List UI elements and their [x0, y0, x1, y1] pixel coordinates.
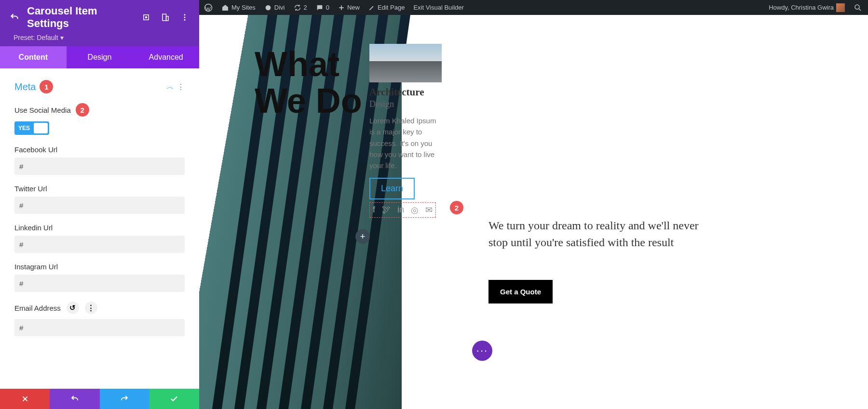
- expand-icon: [142, 13, 150, 22]
- howdy-link[interactable]: Howdy, Christina Gwira: [769, 3, 845, 12]
- preset-label: Preset: Default: [14, 34, 58, 41]
- instagram-url-input[interactable]: [14, 275, 185, 292]
- new-link[interactable]: New: [338, 4, 360, 11]
- updates-count: 2: [304, 4, 307, 11]
- facebook-icon[interactable]: f: [373, 205, 375, 215]
- wordpress-icon: [204, 3, 213, 12]
- tab-design[interactable]: Design: [67, 46, 133, 68]
- save-button[interactable]: [149, 389, 199, 409]
- carousel-card: Architecture Design Lorem Khaled Ipsum i…: [369, 44, 442, 218]
- undo-icon: [70, 395, 79, 403]
- redo-icon: [120, 395, 129, 403]
- panel-header: Carousel Item Settings Preset: Default ▾…: [0, 0, 199, 68]
- meta-section-header[interactable]: Meta 1 ︿ ⋮: [14, 80, 185, 93]
- admin-search-button[interactable]: [853, 2, 863, 13]
- svg-rect-2: [163, 14, 166, 21]
- close-icon: [21, 395, 29, 403]
- preset-selector[interactable]: Preset: Default ▾: [0, 34, 199, 46]
- new-label: New: [347, 4, 360, 11]
- my-sites-link[interactable]: My Sites: [221, 4, 256, 12]
- search-icon: [854, 3, 862, 12]
- callout-badge-2a: 2: [76, 103, 89, 117]
- email-address-field: Email Address ↺ ⋮: [14, 302, 185, 336]
- instagram-icon[interactable]: ◎: [411, 205, 419, 215]
- toggle-knob: [34, 123, 48, 133]
- linkedin-icon[interactable]: in: [397, 205, 404, 215]
- caret-down-icon: ▾: [60, 34, 64, 41]
- chevron-up-icon[interactable]: ︿: [166, 82, 174, 92]
- comments-link[interactable]: 0: [316, 4, 329, 12]
- twitter-url-field: Twitter Url: [14, 185, 185, 214]
- comments-count: 0: [326, 4, 329, 11]
- plus-icon: [338, 4, 345, 11]
- facebook-url-field: Facebook Url: [14, 145, 185, 175]
- svg-point-6: [184, 19, 186, 21]
- use-social-media-label: Use Social Media: [14, 106, 71, 114]
- twitter-url-input[interactable]: [14, 197, 185, 214]
- tab-content[interactable]: Content: [0, 46, 67, 68]
- add-module-button[interactable]: +: [355, 229, 370, 244]
- expand-button[interactable]: [139, 11, 153, 24]
- updates-link[interactable]: 2: [294, 4, 307, 12]
- updates-icon: [294, 4, 301, 12]
- svg-point-9: [855, 5, 859, 9]
- panel-footer: [0, 389, 199, 409]
- panel-title: Carousel Item Settings: [27, 5, 134, 30]
- builder-fab[interactable]: ···: [472, 341, 492, 361]
- linkedin-url-field: Linkedin Url: [14, 224, 185, 253]
- twitter-url-label: Twitter Url: [14, 185, 185, 193]
- facebook-url-input[interactable]: [14, 158, 185, 175]
- hero-line1: What: [255, 46, 362, 83]
- instagram-url-label: Instagram Url: [14, 263, 185, 271]
- comment-icon: [316, 4, 324, 12]
- settings-panel: Carousel Item Settings Preset: Default ▾…: [0, 0, 199, 409]
- card-image: [369, 44, 442, 82]
- tagline-text: We turn your dream to reality and we'll …: [488, 217, 701, 251]
- site-link[interactable]: Divi: [264, 4, 285, 12]
- social-icons-row: f 🕊 in ◎ ✉: [369, 202, 436, 218]
- card-title: Architecture: [369, 86, 442, 98]
- site-label: Divi: [274, 4, 285, 11]
- svg-point-5: [184, 17, 186, 18]
- panel-menu-button[interactable]: [178, 11, 191, 24]
- howdy-label: Howdy, Christina Gwira: [769, 4, 834, 11]
- edit-page-link[interactable]: Edit Page: [368, 4, 405, 11]
- svg-point-4: [184, 14, 186, 15]
- wp-admin-bar: My Sites Divi 2 0 New Edit Page Exit Vis…: [199, 0, 868, 15]
- card-subtitle: Design: [369, 99, 442, 109]
- email-icon[interactable]: ✉: [425, 205, 433, 215]
- twitter-icon[interactable]: 🕊: [382, 205, 391, 215]
- facebook-url-label: Facebook Url: [14, 145, 185, 154]
- undo-button[interactable]: [50, 389, 99, 409]
- email-address-input[interactable]: [14, 319, 185, 336]
- reset-field-button[interactable]: ↺: [67, 302, 79, 314]
- section-menu-button[interactable]: ⋮: [177, 82, 185, 92]
- linkedin-url-input[interactable]: [14, 236, 185, 253]
- redo-button[interactable]: [100, 389, 149, 409]
- field-menu-button[interactable]: ⋮: [85, 302, 97, 314]
- get-a-quote-button[interactable]: Get a Quote: [488, 280, 553, 303]
- exit-visual-builder-link[interactable]: Exit Visual Builder: [413, 4, 464, 11]
- instagram-url-field: Instagram Url: [14, 263, 185, 292]
- linkedin-url-label: Linkedin Url: [14, 224, 185, 232]
- sites-icon: [221, 4, 229, 12]
- use-social-media-toggle[interactable]: YES: [14, 121, 49, 135]
- avatar: [836, 3, 845, 12]
- cancel-button[interactable]: [0, 389, 50, 409]
- callout-badge-2b: 2: [450, 201, 463, 214]
- meta-section-title: Meta: [14, 81, 36, 92]
- hero-line2: We Do: [255, 83, 362, 119]
- wp-logo-button[interactable]: [204, 3, 213, 12]
- page-preview: What We Do Architecture Design Lorem Kha…: [199, 15, 868, 409]
- email-address-label: Email Address: [14, 304, 61, 312]
- hero-heading: What We Do: [255, 46, 362, 119]
- toggle-yes-text: YES: [14, 125, 34, 132]
- back-button[interactable]: [8, 11, 21, 24]
- svg-point-8: [266, 5, 271, 10]
- panel-tabs: Content Design Advanced: [0, 46, 199, 68]
- my-sites-label: My Sites: [231, 4, 256, 11]
- pencil-icon: [368, 4, 375, 11]
- learn-button[interactable]: Learn: [369, 178, 415, 199]
- tab-advanced[interactable]: Advanced: [133, 46, 199, 68]
- responsive-button[interactable]: [159, 11, 172, 24]
